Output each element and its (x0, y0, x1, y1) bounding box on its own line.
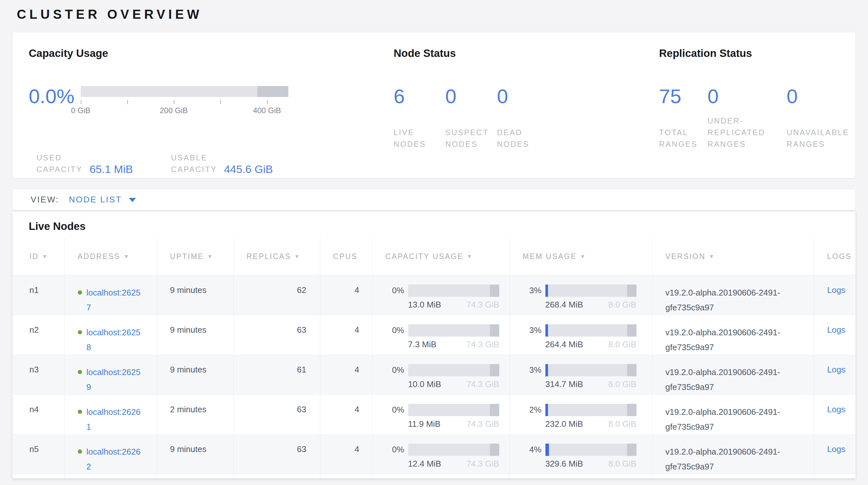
column-header-version[interactable]: VERSION▼ (652, 238, 814, 275)
summary-stat: 0SUSPECT NODES (445, 85, 497, 150)
column-header-memory[interactable]: MEM USAGE▼ (509, 238, 652, 275)
node-address: localhost:26261 (78, 404, 157, 434)
usage-values: 268.4 MiB8.0 GiB (546, 300, 637, 310)
empty-cell (12, 474, 65, 479)
view-dropdown[interactable]: NODE LIST (69, 195, 136, 205)
column-label: REPLICAS (247, 252, 291, 261)
column-header-address[interactable]: ADDRESS▼ (65, 238, 157, 275)
column-header-capacity[interactable]: CAPACITY USAGE▼ (372, 238, 509, 275)
cpus-cell: 4 (320, 315, 372, 355)
replicas-cell: 61 (234, 355, 320, 395)
mem-usage-cell: 3%268.4 MiB8.0 GiB (509, 275, 652, 315)
view-label: VIEW: (31, 195, 59, 205)
capacity-usage-title: Capacity Usage (29, 47, 394, 59)
logs-link[interactable]: Logs (827, 404, 845, 414)
column-label: ADDRESS (78, 252, 120, 261)
logs-cell: Logs (814, 275, 856, 315)
logs-link[interactable]: Logs (827, 325, 845, 335)
column-header-replicas[interactable]: REPLICAS▼ (234, 238, 320, 275)
table-row: n4localhost:262612 minutes6340%11.9 MiB7… (12, 395, 856, 434)
capacity-usage-section: Capacity Usage 0.0% 0 GiB200 GiB400 GiB … (29, 47, 394, 178)
node-address-link[interactable]: localhost:26259 (87, 365, 144, 395)
live-status-icon (78, 290, 82, 294)
capacity-bar (81, 86, 288, 97)
capacity-stats: USED CAPACITY65.1 MiBUSABLE CAPACITY445.… (29, 152, 394, 175)
node-status-title: Node Status (394, 47, 659, 59)
replication-status-section: Replication Status 75TOTAL RANGES0UNDER-… (659, 47, 856, 178)
node-address-link[interactable]: localhost:26261 (87, 404, 144, 434)
usage-bar (546, 444, 637, 456)
uptime-cell: 9 minutes (157, 275, 234, 315)
node-address-cell: localhost:26261 (65, 395, 157, 434)
summary-stat: 6LIVE NODES (394, 85, 445, 150)
sort-descending-icon: ▼ (294, 254, 301, 260)
empty-cell (652, 474, 814, 479)
capacity-usage-cell: 0%12.4 MiB74.3 GiB (372, 434, 509, 474)
replicas-cell: 63 (234, 434, 320, 474)
usage-values: 10.0 MiB74.3 GiB (408, 379, 499, 389)
usage-bar-fill (546, 285, 548, 297)
node-address: localhost:26262 (78, 444, 157, 474)
used-value: 329.6 MiB (546, 459, 583, 469)
logs-link[interactable]: Logs (827, 444, 845, 454)
node-id-cell: n3 (12, 355, 65, 395)
table-header-row: ID▼ADDRESS▼UPTIME▼REPLICAS▼CPUSCAPACITY … (12, 238, 856, 275)
node-address-link[interactable]: localhost:26258 (87, 325, 144, 355)
logs-cell: Logs (814, 315, 856, 355)
sort-descending-icon: ▼ (580, 254, 586, 260)
sort-descending-icon: ▼ (467, 254, 473, 260)
usage-meter: 0% (385, 285, 509, 297)
node-address-link[interactable]: localhost:26262 (87, 444, 144, 474)
stat-value: 0 (445, 85, 497, 107)
axis-tick (174, 100, 175, 104)
column-label: VERSION (665, 252, 706, 261)
stat-value: 65.1 MiB (89, 163, 133, 175)
node-id-cell: n2 (12, 315, 65, 355)
logs-link[interactable]: Logs (827, 285, 845, 295)
version-cell: v19.2.0-alpha.20190606-2491-gfe735c9a97 (652, 315, 814, 355)
axis-tick-label: 200 GiB (160, 106, 188, 115)
stat-label: USED CAPACITY (36, 152, 82, 175)
usage-bar (408, 364, 499, 376)
table-row: n3localhost:262599 minutes6140%10.0 MiB7… (12, 355, 856, 395)
usage-bar-fill (546, 444, 549, 456)
used-value: 12.4 MiB (408, 459, 441, 469)
used-value: 314.7 MiB (546, 379, 583, 389)
usage-percent: 4% (523, 445, 541, 455)
cluster-overview-page: CLUSTER OVERVIEW Capacity Usage 0.0% 0 G… (0, 0, 868, 479)
node-address-cell: localhost:26257 (65, 275, 157, 315)
stat-label: USABLE CAPACITY (171, 152, 217, 175)
empty-cell (814, 474, 856, 479)
usage-values: 7.3 MiB74.3 GiB (408, 340, 499, 349)
usage-meter: 3% (523, 324, 652, 337)
axis-tick (267, 100, 268, 104)
node-address-link[interactable]: localhost:26257 (87, 285, 144, 315)
axis-tick (220, 100, 221, 104)
column-header-id[interactable]: ID▼ (12, 238, 65, 275)
live-status-icon (78, 330, 82, 334)
column-header-uptime[interactable]: UPTIME▼ (157, 238, 234, 275)
view-dropdown-value: NODE LIST (69, 195, 122, 205)
stat-label: DEAD NODES (497, 127, 529, 150)
sort-descending-icon: ▼ (124, 254, 130, 260)
total-value: 8.0 GiB (609, 300, 637, 310)
usage-percent: 0% (385, 365, 404, 375)
capacity-usage-cell: 0%11.9 MiB74.3 GiB (372, 395, 509, 434)
capacity-axis: 0 GiB200 GiB400 GiB (81, 97, 288, 118)
used-value: 10.0 MiB (408, 379, 441, 389)
logs-link[interactable]: Logs (827, 365, 845, 374)
version-string: v19.2.0-alpha.20190606-2491-gfe735c9a97 (665, 285, 804, 315)
column-label: CAPACITY USAGE (385, 252, 464, 261)
uptime-cell: 2 minutes (157, 395, 234, 434)
usage-bar (408, 324, 499, 337)
node-address-cell: localhost:26262 (65, 434, 157, 474)
sort-descending-icon: ▼ (207, 254, 213, 260)
view-selector-bar: VIEW: NODE LIST (12, 189, 856, 210)
live-nodes-card: Live Nodes ID▼ADDRESS▼UPTIME▼REPLICAS▼CP… (12, 211, 856, 479)
usage-bar (408, 404, 499, 416)
column-label: ID (29, 252, 39, 261)
usage-meter: 0% (385, 324, 509, 337)
capacity-usage-cell: 0%7.3 MiB74.3 GiB (372, 315, 509, 355)
empty-cell (157, 474, 234, 479)
mem-usage-cell: 3%264.4 MiB8.0 GiB (509, 315, 652, 355)
